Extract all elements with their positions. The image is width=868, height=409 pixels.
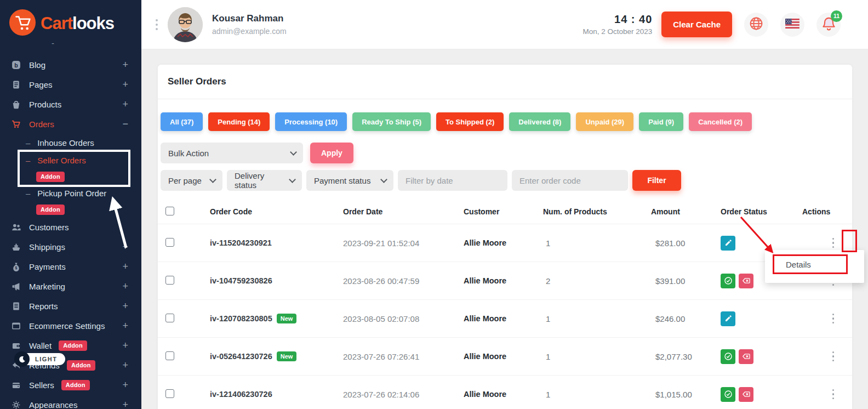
order-code-input[interactable] bbox=[512, 170, 628, 191]
blog-icon: b bbox=[11, 60, 21, 70]
order-date-cell: 2023-09-21 01:52:04 bbox=[343, 238, 464, 248]
tab-ready-to-ship-5[interactable]: Ready To Ship (5) bbox=[352, 112, 431, 131]
language-globe-button[interactable] bbox=[744, 13, 768, 37]
edit-status-icon[interactable] bbox=[721, 311, 735, 326]
user-avatar[interactable] bbox=[168, 7, 203, 42]
subnav-badge-row: Addon bbox=[0, 202, 141, 217]
row-checkbox[interactable] bbox=[165, 389, 174, 398]
column-header-num-of-products: Num. of Products bbox=[543, 207, 651, 216]
row-actions-button[interactable] bbox=[829, 349, 838, 364]
customers-icon bbox=[11, 222, 21, 232]
filter-button[interactable]: Filter bbox=[632, 170, 681, 191]
order-code-cell: iv-121406230726 bbox=[210, 390, 343, 399]
cancel-status-icon[interactable] bbox=[739, 349, 753, 364]
expand-plus-icon[interactable]: + bbox=[122, 262, 128, 271]
wallet-icon bbox=[11, 340, 21, 350]
globe-icon bbox=[749, 16, 763, 33]
expand-plus-icon[interactable]: + bbox=[122, 60, 128, 70]
tab-processing-10[interactable]: Processing (10) bbox=[275, 112, 347, 131]
tab-delivered-8[interactable]: Delivered (8) bbox=[509, 112, 570, 131]
sidebar-item-orders[interactable]: Orders− bbox=[0, 114, 141, 134]
per-page-select-value: Per page bbox=[168, 176, 202, 185]
cancel-status-icon[interactable] bbox=[739, 274, 753, 288]
sidebar-item-reports[interactable]: Reports+ bbox=[0, 296, 141, 316]
apply-button[interactable]: Apply bbox=[310, 143, 353, 163]
sidebar-subitem-seller-orders[interactable]: –Seller Orders bbox=[0, 151, 141, 169]
sidebar-item-ecommerce-settings[interactable]: Ecommerce Settings+ bbox=[0, 316, 141, 336]
sidebar-item-blog[interactable]: bBlog+ bbox=[0, 55, 141, 75]
num-products-cell: 1 bbox=[543, 352, 651, 361]
expand-plus-icon[interactable]: + bbox=[122, 321, 128, 331]
marketing-icon bbox=[11, 281, 21, 291]
sidebar-item-pages[interactable]: Pages+ bbox=[0, 75, 141, 94]
tab-all-37[interactable]: All (37) bbox=[161, 112, 203, 131]
row-checkbox[interactable] bbox=[165, 238, 174, 247]
expand-plus-icon[interactable]: + bbox=[122, 380, 128, 390]
expand-plus-icon[interactable]: + bbox=[122, 242, 128, 252]
tab-to-shipped-2[interactable]: To Shipped (2) bbox=[436, 112, 504, 131]
order-status-cell bbox=[721, 387, 802, 402]
sidebar-collapse-button[interactable] bbox=[156, 19, 158, 30]
payment-status-select[interactable]: Payment status bbox=[306, 170, 393, 191]
theme-toggle[interactable]: LIGHT bbox=[14, 351, 65, 367]
order-status-cell bbox=[721, 236, 802, 251]
sidebar-item-label: Appearances bbox=[29, 400, 77, 409]
sidebar-item-sellers[interactable]: SellersAddon+ bbox=[0, 375, 141, 395]
expand-plus-icon[interactable]: + bbox=[122, 99, 128, 109]
sidebar-subitem-pickup-point-order[interactable]: –Pickup Point Order bbox=[0, 184, 141, 202]
row-checkbox[interactable] bbox=[165, 276, 174, 285]
expand-plus-icon[interactable]: + bbox=[122, 360, 128, 370]
sidebar-item-label: Shippings bbox=[29, 242, 65, 252]
country-flag-button[interactable] bbox=[780, 13, 804, 37]
sidebar-item-payments[interactable]: $Payments+ bbox=[0, 257, 141, 276]
row-actions-button[interactable] bbox=[829, 387, 838, 402]
sidebar-subitem-inhouse-orders[interactable]: –Inhouse Orders bbox=[0, 134, 141, 151]
order-date-cell: 2023-07-26 02:14:06 bbox=[343, 390, 464, 399]
dash-icon: – bbox=[26, 138, 30, 147]
payment-status-select-value: Payment status bbox=[314, 176, 370, 185]
row-checkbox[interactable] bbox=[165, 351, 174, 360]
filter-by-date-input[interactable] bbox=[398, 170, 507, 191]
svg-text:b: b bbox=[14, 61, 18, 68]
table-row: iv-052641230726New2023-07-26 07:26:41All… bbox=[158, 337, 852, 375]
customer-cell: Allie Moore bbox=[464, 276, 543, 285]
expand-plus-icon[interactable]: + bbox=[122, 340, 128, 350]
tab-unpaid-29[interactable]: Unpaid (29) bbox=[576, 112, 633, 131]
amount-cell: $2,077.30 bbox=[651, 352, 721, 361]
sidebar-item-label: Marketing bbox=[29, 282, 65, 291]
row-actions-button[interactable] bbox=[829, 311, 838, 326]
details-menu-item[interactable]: Details bbox=[786, 260, 811, 269]
notifications-button[interactable]: 11 bbox=[816, 13, 841, 37]
sidebar-item-customers[interactable]: Customers bbox=[0, 217, 141, 237]
confirmed-status-icon[interactable] bbox=[721, 349, 735, 364]
delivery-status-select[interactable]: Delivery status bbox=[227, 170, 302, 191]
edit-status-icon[interactable] bbox=[721, 236, 735, 251]
collapse-minus-icon[interactable]: − bbox=[122, 119, 128, 129]
actions-cell bbox=[802, 349, 852, 364]
select-all-checkbox[interactable] bbox=[165, 207, 174, 215]
sidebar-item-appearances[interactable]: Appearances+ bbox=[0, 395, 141, 409]
row-actions-button[interactable] bbox=[829, 236, 838, 251]
app-logo[interactable]: Cartlooks bbox=[0, 0, 141, 39]
cart-logo-icon bbox=[9, 9, 36, 38]
delivery-status-select-value: Delivery status bbox=[235, 171, 285, 190]
confirmed-status-icon[interactable] bbox=[721, 387, 735, 402]
sidebar-item-marketing[interactable]: Marketing+ bbox=[0, 276, 141, 296]
expand-plus-icon[interactable]: + bbox=[122, 400, 128, 409]
cancel-status-icon[interactable] bbox=[739, 387, 753, 402]
per-page-select[interactable]: Per page bbox=[161, 170, 222, 191]
confirmed-status-icon[interactable] bbox=[721, 274, 735, 288]
expand-plus-icon[interactable]: + bbox=[122, 281, 128, 291]
tab-cancelled-2[interactable]: Cancelled (2) bbox=[689, 112, 752, 131]
sidebar-item-products[interactable]: Products+ bbox=[0, 94, 141, 114]
expand-plus-icon[interactable]: + bbox=[122, 79, 128, 89]
row-checkbox[interactable] bbox=[165, 314, 174, 322]
sidebar-subitem-label: Inhouse Orders bbox=[37, 138, 94, 147]
tab-paid-9[interactable]: Paid (9) bbox=[639, 112, 683, 131]
row-checkbox-cell bbox=[165, 238, 210, 248]
clear-cache-button[interactable]: Clear Cache bbox=[661, 12, 732, 37]
tab-pending-14[interactable]: Pending (14) bbox=[208, 112, 270, 131]
bulk-action-select[interactable]: Bulk Action bbox=[161, 143, 303, 163]
sidebar-item-shippings[interactable]: Shippings+ bbox=[0, 237, 141, 257]
expand-plus-icon[interactable]: + bbox=[122, 301, 128, 311]
